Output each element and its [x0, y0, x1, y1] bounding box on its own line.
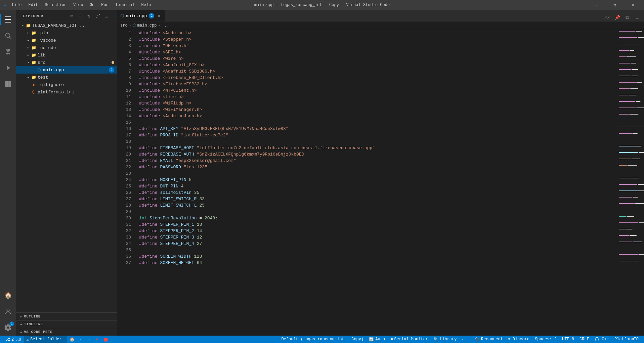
activity-run-debug[interactable] — [0, 60, 16, 76]
status-circle-red[interactable]: ⬤ — [101, 336, 111, 343]
code-content[interactable]: #include <Arduino.h>#include <Stepper.h>… — [134, 29, 617, 336]
timeline-label: TIMELINE — [24, 322, 43, 326]
tree-item-gitignore[interactable]: ▸ ◆ .gitignore — [16, 81, 117, 88]
line-numbers: 1234567891011121314151617181920212223242… — [117, 29, 134, 336]
pio-label: .pio — [38, 31, 117, 36]
refresh-button[interactable]: ↻ — [85, 12, 93, 20]
maincpp-badge: 2 — [109, 67, 114, 73]
code-line-6: #include <Adafruit_GFX.h> — [139, 62, 617, 68]
minimize-button[interactable]: ‒ — [589, 0, 604, 10]
code-line-12: #include <WiFiUdp.h> — [139, 100, 617, 106]
activity-settings[interactable]: 1 — [0, 319, 16, 336]
svg-rect-4 — [5, 84, 8, 87]
vscode-pets-header[interactable]: ▸ VS CODE PETS — [16, 328, 117, 336]
code-line-15 — [139, 119, 617, 126]
status-git[interactable]: ⎇ 2 △0 — [3, 336, 24, 343]
tab-close-button[interactable]: ✕ — [156, 13, 162, 18]
status-errors[interactable]: ⚠ Select folder. — [24, 336, 67, 343]
pio-arrow-icon: ▸ — [26, 30, 31, 36]
tree-item-pio[interactable]: ▸ 📁 .pio — [16, 29, 117, 37]
menu-edit[interactable]: Edit — [26, 2, 41, 8]
menu-help[interactable]: Help — [139, 2, 154, 8]
status-close-red[interactable]: ✖ — [93, 336, 100, 343]
code-line-19: #define FIREBASE_HOST "iotflutter-ec7c2-… — [139, 145, 617, 151]
status-arrow-right1[interactable]: → — [85, 336, 93, 343]
tree-item-include[interactable]: ▸ 📁 include — [16, 44, 117, 51]
status-serial-monitor[interactable]: ■ Serial Monitor — [388, 336, 431, 343]
status-arrows[interactable]: ← → — [459, 336, 472, 343]
check-all-button[interactable]: ✓✓ — [603, 13, 611, 22]
menu-file[interactable]: File — [9, 2, 25, 8]
activity-extensions[interactable] — [0, 76, 16, 92]
split-editor-button[interactable]: ⧉ — [623, 13, 631, 22]
close-button[interactable]: ✕ — [625, 0, 641, 10]
tree-item-src[interactable]: ▾ 📁 src — [16, 59, 117, 66]
status-check[interactable]: ✓ — [77, 336, 85, 343]
status-arrow-right2[interactable]: → — [111, 336, 118, 343]
breadcrumb-src[interactable]: src — [120, 23, 128, 28]
svg-point-6 — [7, 309, 9, 311]
menu-view[interactable]: View — [71, 2, 86, 8]
status-language[interactable]: {} C++ — [592, 336, 612, 343]
code-line-14: #include <ArduinoJson.h> — [139, 113, 617, 119]
tab-maincpp[interactable]: ⬡ main.cpp 2 ✕ — [117, 10, 165, 22]
new-folder-button[interactable]: ⊞ — [77, 12, 84, 20]
status-library-label: Library — [440, 337, 457, 342]
menu-run[interactable]: Run — [98, 2, 111, 8]
status-auto-label: Auto — [375, 337, 385, 342]
status-platformio[interactable]: PlatformIO — [612, 336, 641, 343]
line-number-4: 4 — [117, 49, 131, 55]
vscode-pets-section: ▸ VS CODE PETS — [16, 328, 117, 336]
status-spaces[interactable]: Spaces: 2 — [532, 336, 559, 343]
status-home[interactable]: 🏠 — [67, 336, 77, 343]
line-number-19: 19 — [117, 145, 131, 151]
timeline-header[interactable]: ▸ TIMELINE — [16, 320, 117, 328]
menu-terminal[interactable]: Terminal — [113, 2, 137, 8]
line-number-33: 33 — [117, 234, 131, 241]
more-tab-actions-button[interactable]: … — [633, 13, 641, 22]
menu-selection[interactable]: Selection — [42, 2, 69, 8]
tree-item-maincpp[interactable]: ▸ ⬡ main.cpp 2 — [16, 66, 117, 74]
git-icon: ⎇ — [5, 337, 10, 342]
timeline-section: ▸ TIMELINE — [16, 320, 117, 328]
tree-item-lib[interactable]: ▸ 📁 lib — [16, 51, 117, 59]
code-line-36: #define SCREEN_WIDTH 128 — [139, 253, 617, 260]
line-number-21: 21 — [117, 158, 131, 164]
tree-item-platformio-ini[interactable]: ▸ ⬡ platformio.ini — [16, 88, 117, 96]
code-line-24: #define MOSFET_PIN 5 — [139, 177, 617, 183]
activity-platformio[interactable]: 🏠 — [0, 287, 16, 303]
status-eol[interactable]: CRLF — [577, 336, 592, 343]
status-library[interactable]: 🔍 Library — [431, 336, 459, 343]
more-actions-button[interactable]: … — [103, 12, 110, 20]
activity-search[interactable] — [0, 28, 16, 44]
minimap — [617, 29, 644, 336]
pin-button[interactable]: 📌 — [613, 13, 621, 22]
status-auto[interactable]: 🔄 Auto — [366, 336, 388, 343]
outline-header[interactable]: ▸ OUTLINE — [16, 313, 117, 320]
code-line-5: #include <Wire.h> — [139, 55, 617, 62]
line-number-28: 28 — [117, 202, 131, 209]
activity-source-control[interactable] — [0, 44, 16, 60]
breadcrumb-maincpp[interactable]: main.cpp — [137, 23, 157, 28]
code-line-33: #define STEPPER_PIN_3 12 — [139, 234, 617, 241]
activity-account[interactable] — [0, 303, 16, 319]
code-line-37: #define SCREEN_HEIGHT 64 — [139, 260, 617, 266]
status-discord[interactable]: 🔌 Reconnect to Discord — [472, 336, 532, 343]
activity-explorer[interactable] — [0, 11, 16, 28]
breadcrumb-symbol[interactable]: ... — [162, 23, 169, 28]
titlebar-left: ✦ File Edit Selection View Go Run Termin… — [3, 2, 154, 8]
new-file-button[interactable]: ⌨ — [68, 12, 75, 20]
tree-item-vscode[interactable]: ▸ 📁 .vscode — [16, 37, 117, 44]
collapse-all-button[interactable]: ⋰ — [94, 12, 101, 20]
tree-item-test[interactable]: ▸ 📁 test — [16, 74, 117, 81]
activity-bar: 🏠 1 — [0, 10, 16, 336]
code-line-29 — [139, 209, 617, 215]
tree-root[interactable]: ▾ 📁 TUGAS_RANCANG_IOT ... — [16, 22, 117, 29]
status-discord-label: Reconnect to Discord — [481, 337, 529, 342]
line-number-26: 26 — [117, 189, 131, 196]
status-encoding[interactable]: UTF-8 — [559, 336, 577, 343]
menu-go[interactable]: Go — [87, 2, 97, 8]
restore-button[interactable]: ◻ — [607, 0, 622, 10]
status-default-env[interactable]: Default (tugas_rancang_iot - Copy) — [278, 336, 366, 343]
code-line-2: #include <Stepper.h> — [139, 36, 617, 43]
